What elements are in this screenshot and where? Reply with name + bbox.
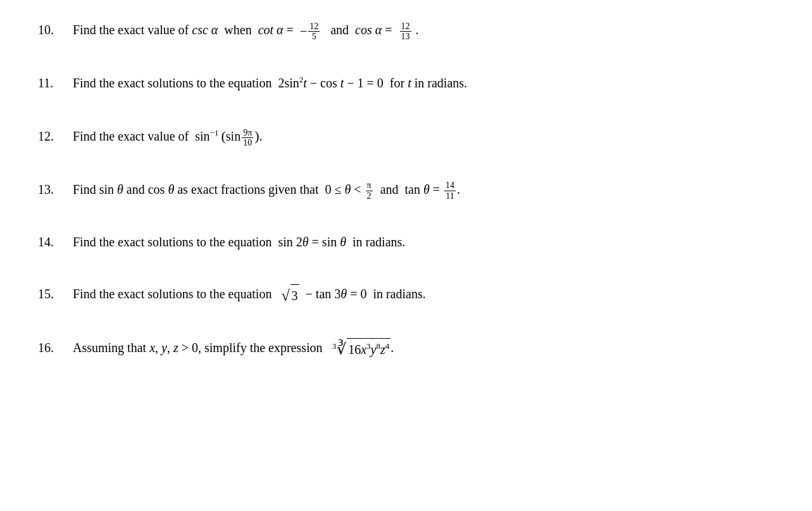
problem-15: 15. Find the exact solutions to the equa… [38,283,774,306]
problem-16-number: 16. [38,338,73,358]
problem-15-number: 15. [38,284,73,304]
problem-13-text: Find sin θ and cos θ as exact fractions … [73,179,460,201]
problem-14-number: 14. [38,232,73,252]
problem-11-number: 11. [38,73,73,93]
problem-10: 10. Find the exact value of csc α when c… [38,19,774,42]
problem-12-text: Find the exact value of sin−1 (sin9π10). [73,124,263,148]
problem-13-number: 13. [38,179,73,199]
problem-14-text: Find the exact solutions to the equation… [73,231,405,253]
problem-14: 14. Find the exact solutions to the equa… [38,231,774,253]
problem-12: 12. Find the exact value of sin−1 (sin9π… [38,124,774,148]
problem-10-number: 10. [38,20,73,40]
problem-15-text: Find the exact solutions to the equation… [73,283,426,306]
problem-13: 13. Find sin θ and cos θ as exact fracti… [38,179,774,201]
problem-10-text: Find the exact value of csc α when cot α… [73,19,419,42]
problem-11: 11. Find the exact solutions to the equa… [38,72,774,94]
problem-11-text: Find the exact solutions to the equation… [73,72,467,94]
problem-16-text: Assuming that x, y, z > 0, simplify the … [73,337,394,360]
problem-12-number: 12. [38,126,73,146]
problem-16: 16. Assuming that x, y, z > 0, simplify … [38,337,774,360]
